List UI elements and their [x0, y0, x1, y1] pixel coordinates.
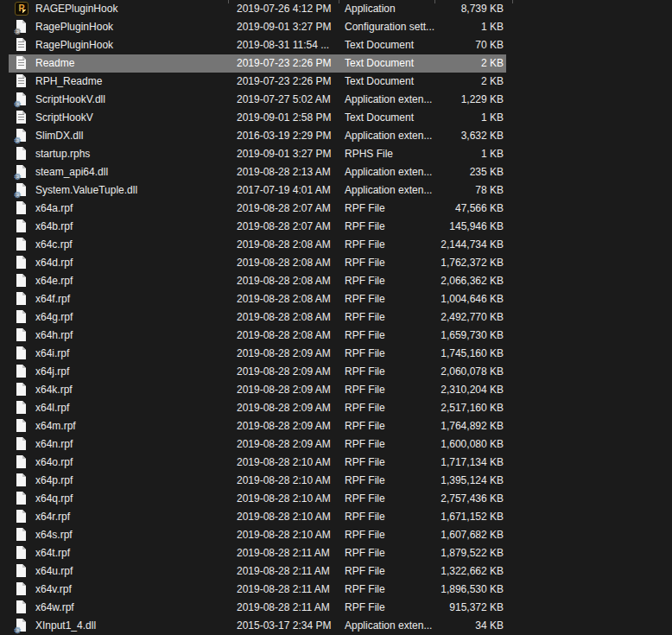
file-row[interactable]: x64h.rpf 2019-08-28 2:08 AM RPF File 1,6… — [0, 327, 672, 345]
dll-file-icon: ⚙ — [15, 165, 29, 179]
file-size: 1,395,124 KB — [441, 472, 504, 490]
file-type: RPF File — [345, 272, 385, 290]
file-size: 2,060,078 KB — [441, 363, 504, 381]
file-row[interactable]: x64q.rpf 2019-08-28 2:10 AM RPF File 2,7… — [0, 490, 672, 508]
file-name: startup.rphs — [35, 145, 90, 163]
file-date-modified: 2019-08-28 2:09 AM — [237, 381, 331, 399]
file-row[interactable]: x64c.rpf 2019-08-28 2:08 AM RPF File 2,1… — [0, 236, 672, 254]
blank-file-icon — [15, 582, 29, 596]
file-name: RagePluginHook — [35, 18, 113, 36]
file-date-modified: 2019-08-28 2:11 AM — [237, 544, 330, 562]
file-name: x64g.rpf — [35, 308, 73, 327]
file-row[interactable]: RagePluginHook 2019-08-31 11:54 ... Text… — [0, 36, 672, 54]
file-name: x64n.rpf — [35, 435, 73, 454]
file-row[interactable]: x64n.rpf 2019-08-28 2:09 AM RPF File 1,6… — [0, 435, 672, 454]
file-row[interactable]: ⚙ steam_api64.dll 2019-08-28 2:13 AM App… — [0, 163, 672, 181]
file-date-modified: 2019-08-28 2:11 AM — [237, 599, 330, 617]
file-row[interactable]: x64j.rpf 2019-08-28 2:09 AM RPF File 2,0… — [0, 363, 672, 381]
file-type: RPF File — [345, 381, 385, 399]
text-file-icon — [15, 56, 29, 70]
file-date-modified: 2019-08-28 2:08 AM — [237, 327, 331, 345]
blank-file-icon — [15, 256, 29, 270]
file-name: x64m.rpf — [35, 417, 76, 435]
file-row[interactable]: x64a.rpf 2019-08-28 2:07 AM RPF File 47,… — [0, 200, 672, 218]
text-lines — [18, 60, 24, 67]
file-date-modified: 2019-08-28 2:08 AM — [237, 236, 331, 254]
file-row[interactable]: x64k.rpf 2019-08-28 2:09 AM RPF File 2,3… — [0, 381, 672, 399]
gear-icon: ⚙ — [14, 137, 22, 145]
file-row[interactable]: x64b.rpf 2019-08-28 2:07 AM RPF File 145… — [0, 218, 672, 236]
file-date-modified: 2015-03-17 2:34 PM — [237, 617, 331, 635]
file-row[interactable]: x64m.rpf 2019-08-28 2:09 AM RPF File 1,7… — [0, 417, 672, 435]
page-shape — [16, 600, 26, 613]
file-date-modified: 2019-08-28 2:09 AM — [237, 363, 331, 381]
file-type: RPF File — [345, 526, 385, 544]
page-shape — [16, 383, 26, 396]
file-size: 235 KB — [470, 163, 504, 181]
file-date-modified: 2019-08-28 2:07 AM — [237, 218, 331, 236]
file-name: x64l.rpf — [35, 399, 69, 417]
file-date-modified: 2019-08-28 2:08 AM — [237, 272, 331, 290]
file-type: Text Document — [345, 73, 414, 91]
file-date-modified: 2019-08-28 2:10 AM — [237, 454, 331, 472]
file-row[interactable]: x64d.rpf 2019-08-28 2:08 AM RPF File 1,7… — [0, 254, 672, 272]
file-row[interactable]: ⚙ RagePluginHook 2019-09-01 3:27 PM Conf… — [0, 18, 672, 36]
file-type: RPF File — [345, 290, 385, 308]
file-row[interactable]: x64i.rpf 2019-08-28 2:09 AM RPF File 1,7… — [0, 345, 672, 363]
blank-file-icon — [15, 274, 29, 288]
rage-app-icon: R — [15, 2, 29, 16]
file-size: 1,671,152 KB — [441, 508, 504, 526]
file-type: Application exten... — [345, 617, 432, 635]
file-row[interactable]: x64r.rpf 2019-08-28 2:10 AM RPF File 1,6… — [0, 508, 672, 526]
file-row[interactable]: x64s.rpf 2019-08-28 2:10 AM RPF File 1,6… — [0, 526, 672, 544]
file-row[interactable]: ⚙ ScriptHookV.dll 2019-07-27 5:02 AM App… — [0, 91, 672, 109]
file-date-modified: 2019-08-28 2:07 AM — [237, 200, 331, 218]
file-type: RPF File — [345, 562, 385, 581]
page-shape — [16, 310, 26, 323]
file-type: Application exten... — [345, 163, 432, 181]
file-row[interactable]: x64v.rpf 2019-08-28 2:11 AM RPF File 1,8… — [0, 581, 672, 599]
page-shape — [16, 546, 26, 559]
file-type: Application exten... — [345, 181, 432, 200]
blank-file-icon — [15, 219, 29, 233]
file-date-modified: 2019-07-23 2:26 PM — [237, 73, 331, 91]
page-shape — [16, 455, 26, 468]
file-row[interactable]: ScriptHookV 2019-09-01 2:58 PM Text Docu… — [0, 109, 672, 127]
dll-file-icon: ⚙ — [15, 183, 29, 197]
text-lines — [18, 41, 24, 49]
blank-file-icon — [15, 346, 29, 360]
file-row[interactable]: x64p.rpf 2019-08-28 2:10 AM RPF File 1,3… — [0, 472, 672, 490]
file-size: 2,310,204 KB — [441, 381, 504, 399]
file-row[interactable]: x64e.rpf 2019-08-28 2:08 AM RPF File 2,0… — [0, 272, 672, 290]
file-size: 1,762,372 KB — [441, 254, 504, 272]
file-row[interactable]: R RAGEPluginHook 2019-07-26 4:12 PM Appl… — [0, 0, 672, 18]
file-row[interactable]: RPH_Readme 2019-07-23 2:26 PM Text Docum… — [0, 73, 672, 91]
file-date-modified: 2019-08-28 2:09 AM — [237, 435, 331, 454]
text-file-icon — [15, 38, 29, 52]
file-size: 1,229 KB — [461, 91, 504, 109]
file-row[interactable]: Readme 2019-07-23 2:26 PM Text Document … — [0, 54, 672, 73]
file-row[interactable]: ⚙ System.ValueTuple.dll 2017-07-19 4:01 … — [0, 181, 672, 200]
rage-letter: R — [16, 3, 28, 15]
file-name: x64f.rpf — [35, 290, 70, 308]
file-type: RPF File — [345, 581, 385, 599]
file-row[interactable]: ⚙ XInput1_4.dll 2015-03-17 2:34 PM Appli… — [0, 617, 672, 635]
file-date-modified: 2019-08-28 2:09 AM — [237, 345, 331, 363]
file-row[interactable]: x64u.rpf 2019-08-28 2:11 AM RPF File 1,3… — [0, 562, 672, 581]
file-row[interactable]: x64g.rpf 2019-08-28 2:08 AM RPF File 2,4… — [0, 308, 672, 327]
file-type: RPF File — [345, 472, 385, 490]
file-row[interactable]: x64f.rpf 2019-08-28 2:08 AM RPF File 1,0… — [0, 290, 672, 308]
file-row[interactable]: x64t.rpf 2019-08-28 2:11 AM RPF File 1,8… — [0, 544, 672, 562]
file-row[interactable]: startup.rphs 2019-09-01 3:27 PM RPHS Fil… — [0, 145, 672, 163]
file-row[interactable]: x64l.rpf 2019-08-28 2:09 AM RPF File 2,5… — [0, 399, 672, 417]
file-row[interactable]: x64o.rpf 2019-08-28 2:10 AM RPF File 1,7… — [0, 454, 672, 472]
file-row[interactable]: ⚙ SlimDX.dll 2016-03-19 2:29 PM Applicat… — [0, 127, 672, 145]
file-size: 1,322,662 KB — [441, 562, 504, 581]
page-shape — [16, 437, 26, 450]
page-shape — [16, 238, 26, 251]
page-shape — [16, 365, 26, 378]
file-date-modified: 2019-08-28 2:09 AM — [237, 399, 331, 417]
file-name: RPH_Readme — [35, 73, 102, 91]
file-row[interactable]: x64w.rpf 2019-08-28 2:11 AM RPF File 915… — [0, 599, 672, 617]
page-shape — [16, 510, 26, 523]
